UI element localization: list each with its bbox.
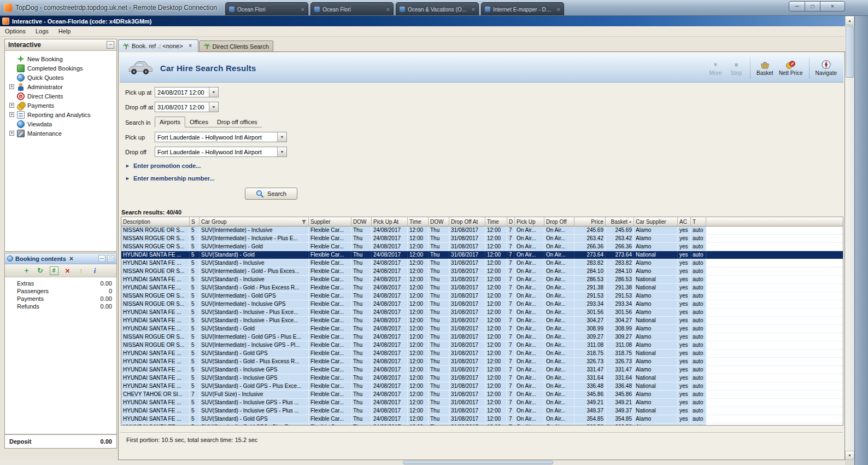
toolbar-nett-price[interactable]: Nett Price <box>777 59 805 77</box>
restore-icon[interactable]: □ <box>107 255 114 262</box>
promotion-code-expander[interactable]: ► Enter promotion code... <box>125 162 201 169</box>
result-row[interactable]: HYUNDAI SANTA FE ...5SUV(Standard) - Inc… <box>121 366 843 374</box>
browser-tab[interactable]: Ocean Flori× <box>310 2 394 16</box>
column-header-t-17[interactable]: T <box>691 217 706 226</box>
search-button[interactable]: Search <box>245 188 297 200</box>
sidebar-item-viewdata[interactable]: Viewdata <box>5 119 116 129</box>
result-row[interactable]: HYUNDAI SANTA FE ...5SUV(Standard) - Inc… <box>121 399 843 407</box>
result-row[interactable]: HYUNDAI SANTA FE ...5SUV(Standard) - Gol… <box>121 358 843 366</box>
expand-icon[interactable]: + <box>9 103 14 108</box>
column-header-drop-off-at-8[interactable]: Drop Off At <box>449 217 485 226</box>
result-row[interactable]: HYUNDAI SANTA FE ...5SUV(Standard) - Inc… <box>121 309 843 317</box>
result-row[interactable]: NISSAN ROGUE OR S...5SUV(Intermediate) -… <box>121 300 843 309</box>
menu-options[interactable]: Options <box>0 27 31 36</box>
maximize-button[interactable]: □ <box>805 1 820 11</box>
tab-direct-clients-search[interactable]: Direct Clients Search <box>199 40 273 51</box>
column-header-time-9[interactable]: Time <box>485 217 507 226</box>
close-icon[interactable]: × <box>69 255 73 263</box>
result-row[interactable]: HYUNDAI SANTA FE ...5SUV(Standard) - Inc… <box>121 407 843 415</box>
column-header-pick-up-at-5[interactable]: Pick Up At <box>372 217 408 226</box>
column-header-pick-up-11[interactable]: Pick Up <box>515 217 544 226</box>
drop-off-at-combobox[interactable]: 31/08/2017 12:00 ▼ <box>155 102 219 112</box>
result-row[interactable]: HYUNDAI SANTA FE ...5SUV(Standard) - Gol… <box>121 325 843 333</box>
minimize-button[interactable]: ─ <box>789 1 805 11</box>
search-in-tab-drop-off-offices[interactable]: Drop off offices <box>213 118 262 127</box>
result-row[interactable]: HYUNDAI SANTA FE ...5SUV(Standard) - Gol… <box>121 284 843 292</box>
dropdown-arrow-icon[interactable]: ▼ <box>209 102 218 112</box>
column-header-price-13[interactable]: Price <box>574 217 606 226</box>
info-icon[interactable]: i <box>91 266 99 275</box>
column-header-s-1[interactable]: S <box>190 217 200 226</box>
column-header-basket-14[interactable]: Basket▲ <box>606 217 634 226</box>
scroll-up-icon[interactable]: ▲ <box>845 16 854 25</box>
tab-close-icon[interactable]: × <box>301 6 304 13</box>
delete-icon[interactable]: × <box>63 266 72 275</box>
filter-icon[interactable] <box>301 219 307 224</box>
column-header-dow-4[interactable]: DOW <box>351 217 372 226</box>
minimize-icon[interactable]: ─ <box>98 255 105 262</box>
vertical-scrollbar-thumb[interactable] <box>846 26 854 78</box>
result-row[interactable]: HYUNDAI SANTA FE ...5SUV(Standard) - Inc… <box>121 374 843 382</box>
tab-close-icon[interactable]: × <box>187 43 194 50</box>
expand-icon[interactable]: + <box>9 84 14 89</box>
browser-tab[interactable]: Ocean Flori× <box>225 2 308 16</box>
result-row[interactable]: HYUNDAI SANTA FE ...5SUV(Standard) - Inc… <box>121 259 843 268</box>
browser-tab[interactable]: Ocean & Vacations (O...× <box>396 2 479 16</box>
expand-icon[interactable]: + <box>9 112 14 117</box>
scroll-down-icon[interactable]: ▼ <box>845 451 854 460</box>
result-row[interactable]: HYUNDAI SANTA FE ...5SUV(Standard) - Gol… <box>121 382 843 391</box>
dropdown-arrow-icon[interactable]: ▼ <box>209 88 218 97</box>
result-row[interactable]: HYUNDAI SANTA FE ...5SUV(Standard) - Inc… <box>121 276 843 284</box>
result-row[interactable]: NISSAN ROGUE OR S...5SUV(Intermediate) -… <box>121 341 843 350</box>
sidebar-item-payments[interactable]: +Payments <box>5 101 116 110</box>
result-row[interactable]: HYUNDAI SANTA FE ...5SUV(Standard) - Gol… <box>121 415 843 423</box>
result-row[interactable]: HYUNDAI SANTA FE ...5SUV(Standard) - Gol… <box>121 251 843 259</box>
column-header-ac-16[interactable]: AC <box>678 217 691 226</box>
pick-up-combobox[interactable]: Fort Lauderdale - Hollywood Intl Airport… <box>155 132 287 142</box>
sidebar-item-new-booking[interactable]: New Booking <box>5 54 116 63</box>
vertical-scrollbar[interactable]: ▲ ▼ <box>845 16 854 460</box>
toolbar-basket[interactable]: Basket <box>754 59 776 77</box>
result-row[interactable]: HYUNDAI SANTA FE ...5SUV(Standard) - Gol… <box>121 350 843 358</box>
sidebar-item-direct-clients[interactable]: Direct Clients <box>5 91 116 101</box>
sidebar-item-quick-quotes[interactable]: Quick Quotes <box>5 73 116 82</box>
column-header-supplier-3[interactable]: Supplier <box>309 217 351 226</box>
menu-help[interactable]: Help <box>54 27 76 36</box>
column-header-drop-off-12[interactable]: Drop Off <box>544 217 574 226</box>
toolbar-navigate[interactable]: Navigate <box>813 59 839 77</box>
menu-logs[interactable]: Logs <box>31 27 54 36</box>
result-row[interactable]: NISSAN ROGUE OR S...5SUV(Intermediate) -… <box>121 268 843 276</box>
tab-book-ref-none[interactable]: Book. ref .: <none>× <box>118 39 198 52</box>
search-in-tab-airports[interactable]: Airports <box>155 117 185 127</box>
column-header-time-6[interactable]: Time <box>408 217 429 226</box>
membership-number-expander[interactable]: ► Enter membership number... <box>125 175 214 182</box>
drop-off-combobox[interactable]: Fort Lauderdale - Hollywood Intl Airport… <box>155 147 287 157</box>
result-row[interactable]: NISSAN ROGUE OR S...5SUV(Intermediate) -… <box>121 226 843 235</box>
tab-close-icon[interactable]: × <box>472 6 475 13</box>
browser-tab[interactable]: Internet E-mapper - Docu...× <box>481 2 564 16</box>
search-in-tab-offices[interactable]: Offices <box>185 118 213 127</box>
sidebar-item-completed-bookings[interactable]: Completed Bookings <box>5 63 116 73</box>
result-row[interactable]: NISSAN ROGUE OR S...5SUV(Intermediate) -… <box>121 333 843 341</box>
result-row[interactable]: HYUNDAI SANTA FE ...5SUV(Standard) - Gol… <box>121 423 843 425</box>
grid-add-icon[interactable]: # <box>50 266 58 275</box>
expand-icon[interactable]: + <box>9 131 14 136</box>
tab-close-icon[interactable]: × <box>386 6 390 13</box>
close-button[interactable]: × <box>820 1 845 11</box>
refresh-icon[interactable]: ↻ <box>36 266 45 275</box>
column-header-description-0[interactable]: Description <box>121 217 190 226</box>
pick-up-at-combobox[interactable]: 24/08/2017 12:00 ▼ <box>155 87 219 97</box>
result-row[interactable]: HYUNDAI SANTA FE ...5SUV(Standard) - Inc… <box>121 317 843 325</box>
add-icon[interactable]: + <box>22 266 31 275</box>
result-row[interactable]: NISSAN ROGUE OR S...5SUV(Intermediate) -… <box>121 235 843 243</box>
column-header-car-group-2[interactable]: Car Group <box>200 217 309 226</box>
column-header-car-supplier-15[interactable]: Car Supplier <box>634 217 678 226</box>
tab-close-icon[interactable]: × <box>557 6 560 13</box>
column-header-d-10[interactable]: D <box>507 217 515 226</box>
dropdown-arrow-icon[interactable]: ▼ <box>277 132 286 142</box>
sidebar-item-administrator[interactable]: +Administrator <box>5 82 116 91</box>
result-row[interactable]: NISSAN ROGUE OR S...5SUV(Intermediate) -… <box>121 292 843 300</box>
dropdown-arrow-icon[interactable]: ▼ <box>277 147 286 156</box>
sidebar-item-reporting-and-analytics[interactable]: +Reporting and Analytics <box>5 110 116 119</box>
horizontal-scrollbar-thumb[interactable] <box>403 461 553 464</box>
